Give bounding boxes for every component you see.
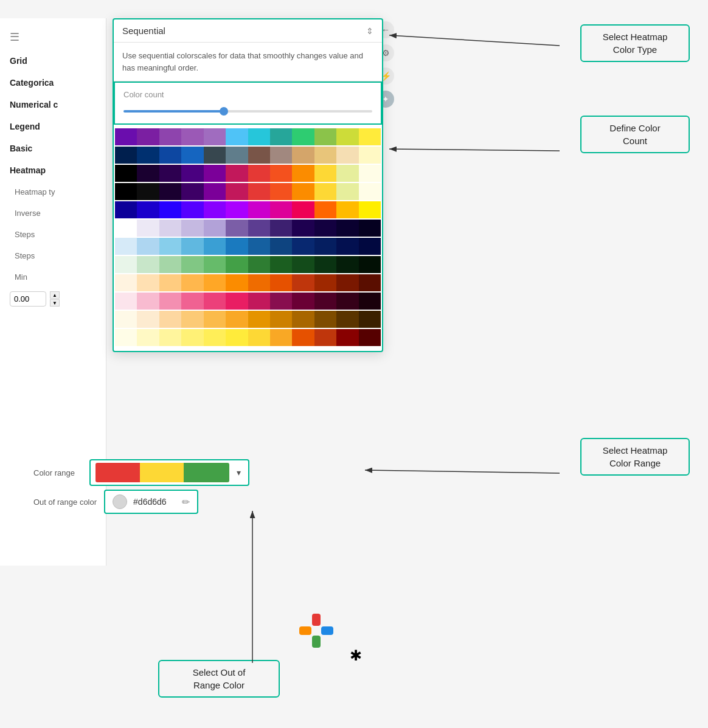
swatch-cell-0-6[interactable] bbox=[248, 128, 270, 145]
swatch-cell-3-6[interactable] bbox=[248, 183, 270, 200]
out-of-range-control[interactable]: #d6d6d6 ✏ bbox=[104, 490, 198, 514]
swatch-cell-7-7[interactable] bbox=[270, 256, 292, 273]
swatch-cell-10-2[interactable] bbox=[159, 311, 181, 328]
swatch-cell-0-10[interactable] bbox=[336, 128, 358, 145]
swatch-cell-1-6[interactable] bbox=[248, 147, 270, 164]
sequential-select-row[interactable]: Sequential ⇕ bbox=[114, 19, 382, 43]
swatch-cell-8-8[interactable] bbox=[292, 274, 314, 291]
swatch-cell-9-2[interactable] bbox=[159, 293, 181, 310]
swatch-cell-11-10[interactable] bbox=[336, 329, 358, 346]
swatch-cell-11-8[interactable] bbox=[292, 329, 314, 346]
swatch-cell-1-0[interactable] bbox=[115, 147, 137, 164]
swatch-cell-8-5[interactable] bbox=[226, 274, 248, 291]
color-count-slider[interactable] bbox=[123, 110, 372, 113]
swatch-cell-8-9[interactable] bbox=[314, 274, 336, 291]
swatch-cell-9-4[interactable] bbox=[204, 293, 226, 310]
swatch-cell-5-3[interactable] bbox=[181, 220, 203, 237]
swatch-cell-7-6[interactable] bbox=[248, 256, 270, 273]
swatch-cell-11-5[interactable] bbox=[226, 329, 248, 346]
sidebar-item-basic[interactable]: Basic bbox=[0, 137, 106, 159]
swatch-cell-2-9[interactable] bbox=[314, 165, 336, 182]
swatch-cell-10-0[interactable] bbox=[115, 311, 137, 328]
swatch-cell-4-6[interactable] bbox=[248, 201, 270, 218]
swatch-cell-5-6[interactable] bbox=[248, 220, 270, 237]
swatch-cell-9-3[interactable] bbox=[181, 293, 203, 310]
swatch-cell-4-4[interactable] bbox=[204, 201, 226, 218]
swatch-cell-10-6[interactable] bbox=[248, 311, 270, 328]
min-value-input[interactable] bbox=[10, 291, 46, 307]
swatch-cell-7-5[interactable] bbox=[226, 256, 248, 273]
swatch-cell-4-7[interactable] bbox=[270, 201, 292, 218]
swatch-row-1[interactable] bbox=[115, 147, 381, 164]
swatch-row-10[interactable] bbox=[115, 311, 381, 328]
swatch-cell-11-0[interactable] bbox=[115, 329, 137, 346]
swatch-row-4[interactable] bbox=[115, 201, 381, 218]
swatch-cell-4-11[interactable] bbox=[359, 201, 381, 218]
swatch-cell-1-2[interactable] bbox=[159, 147, 181, 164]
swatch-cell-8-11[interactable] bbox=[359, 274, 381, 291]
swatch-cell-2-6[interactable] bbox=[248, 165, 270, 182]
swatch-cell-5-11[interactable] bbox=[359, 220, 381, 237]
sidebar-item-steps[interactable]: Steps bbox=[0, 224, 106, 245]
swatch-cell-10-1[interactable] bbox=[137, 311, 159, 328]
swatch-cell-10-10[interactable] bbox=[336, 311, 358, 328]
swatch-cell-3-7[interactable] bbox=[270, 183, 292, 200]
swatch-cell-3-9[interactable] bbox=[314, 183, 336, 200]
swatch-cell-2-7[interactable] bbox=[270, 165, 292, 182]
swatch-cell-9-0[interactable] bbox=[115, 293, 137, 310]
swatch-cell-8-3[interactable] bbox=[181, 274, 203, 291]
swatch-row-11[interactable] bbox=[115, 329, 381, 346]
swatch-cell-2-8[interactable] bbox=[292, 165, 314, 182]
swatch-row-8[interactable] bbox=[115, 274, 381, 291]
swatch-cell-4-1[interactable] bbox=[137, 201, 159, 218]
swatch-row-3[interactable] bbox=[115, 183, 381, 200]
swatch-cell-3-4[interactable] bbox=[204, 183, 226, 200]
swatch-cell-1-1[interactable] bbox=[137, 147, 159, 164]
swatch-cell-7-1[interactable] bbox=[137, 256, 159, 273]
sidebar-item-heatmap-type[interactable]: Heatmap ty bbox=[0, 181, 106, 203]
swatch-cell-11-3[interactable] bbox=[181, 329, 203, 346]
swatch-cell-2-4[interactable] bbox=[204, 165, 226, 182]
swatch-cell-4-3[interactable] bbox=[181, 201, 203, 218]
swatch-cell-7-2[interactable] bbox=[159, 256, 181, 273]
swatch-cell-1-4[interactable] bbox=[204, 147, 226, 164]
swatch-cell-6-1[interactable] bbox=[137, 238, 159, 255]
swatch-cell-0-8[interactable] bbox=[292, 128, 314, 145]
swatch-cell-1-5[interactable] bbox=[226, 147, 248, 164]
swatch-cell-1-9[interactable] bbox=[314, 147, 336, 164]
swatch-cell-6-5[interactable] bbox=[226, 238, 248, 255]
swatch-cell-9-5[interactable] bbox=[226, 293, 248, 310]
swatch-cell-2-11[interactable] bbox=[359, 165, 381, 182]
swatch-cell-4-9[interactable] bbox=[314, 201, 336, 218]
swatch-cell-3-0[interactable] bbox=[115, 183, 137, 200]
swatch-cell-3-1[interactable] bbox=[137, 183, 159, 200]
swatch-cell-2-0[interactable] bbox=[115, 165, 137, 182]
swatch-cell-6-8[interactable] bbox=[292, 238, 314, 255]
swatch-cell-4-0[interactable] bbox=[115, 201, 137, 218]
swatch-cell-7-9[interactable] bbox=[314, 256, 336, 273]
swatch-cell-5-5[interactable] bbox=[226, 220, 248, 237]
swatch-cell-2-3[interactable] bbox=[181, 165, 203, 182]
color-range-dropdown-arrow[interactable]: ▾ bbox=[234, 468, 243, 477]
spin-up-button[interactable]: ▲ bbox=[50, 291, 60, 299]
swatch-cell-6-11[interactable] bbox=[359, 238, 381, 255]
sidebar-item-numerical[interactable]: Numerical c bbox=[0, 94, 106, 116]
swatch-cell-3-10[interactable] bbox=[336, 183, 358, 200]
swatch-cell-10-7[interactable] bbox=[270, 311, 292, 328]
swatch-cell-9-11[interactable] bbox=[359, 293, 381, 310]
swatch-cell-4-10[interactable] bbox=[336, 201, 358, 218]
menu-icon[interactable]: ☰ bbox=[0, 24, 106, 50]
swatch-cell-5-10[interactable] bbox=[336, 220, 358, 237]
swatch-cell-3-11[interactable] bbox=[359, 183, 381, 200]
swatch-cell-6-9[interactable] bbox=[314, 238, 336, 255]
swatch-cell-5-4[interactable] bbox=[204, 220, 226, 237]
swatch-cell-10-11[interactable] bbox=[359, 311, 381, 328]
swatch-cell-11-7[interactable] bbox=[270, 329, 292, 346]
swatch-cell-3-3[interactable] bbox=[181, 183, 203, 200]
swatch-cell-5-0[interactable] bbox=[115, 220, 137, 237]
sidebar-item-steps2[interactable]: Steps bbox=[0, 245, 106, 266]
swatch-row-0[interactable] bbox=[115, 128, 381, 145]
swatch-row-7[interactable] bbox=[115, 256, 381, 273]
swatch-cell-0-3[interactable] bbox=[181, 128, 203, 145]
swatch-cell-2-2[interactable] bbox=[159, 165, 181, 182]
